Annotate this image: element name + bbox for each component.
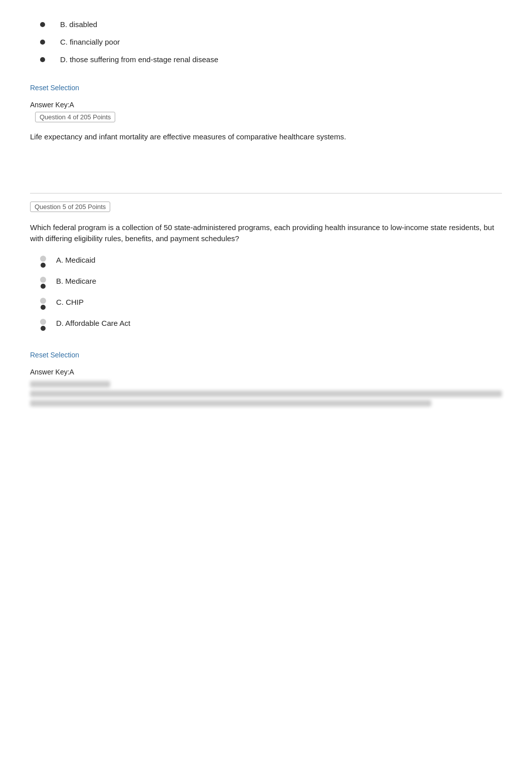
q4-option-d-label: D. those suffering from end-stage renal … [60, 55, 218, 64]
bullet-icon [40, 22, 45, 27]
q5-reset-selection[interactable]: Reset Selection [30, 351, 79, 359]
bullet-icon [41, 284, 46, 289]
q6-blurred-text-line2 [30, 400, 431, 407]
bullet-icon [40, 57, 45, 62]
q5-option-c-radio-area [40, 298, 46, 310]
q4-option-c-label: C. financially poor [60, 38, 120, 46]
q5-question-text: Which federal program is a collection of… [30, 222, 502, 245]
q6-blurred-header [30, 381, 110, 387]
bullet-icon [41, 305, 46, 310]
q4-option-b[interactable]: B. disabled [40, 20, 502, 29]
radio-indicator [40, 277, 46, 283]
q5-option-c[interactable]: C. CHIP [40, 298, 502, 310]
q5-option-d-label: D. Affordable Care Act [56, 319, 130, 327]
q6-blurred-section [30, 381, 502, 407]
bullet-icon [40, 40, 45, 45]
q5-option-c-label: C. CHIP [56, 298, 84, 306]
q5-question-header: Question 5 of 205 Points [30, 202, 110, 212]
q5-answer-key: Answer Key:A [30, 368, 502, 376]
q5-option-b-label: B. Medicare [56, 277, 96, 285]
q5-options-section: A. Medicaid B. Medicare C. CHIP D. Affor… [30, 256, 502, 331]
q4-option-c[interactable]: C. financially poor [40, 38, 502, 46]
q5-option-b-radio-area [40, 277, 46, 289]
q4-question-text: Life expectancy and infant mortality are… [30, 131, 502, 143]
q4-option-d[interactable]: D. those suffering from end-stage renal … [40, 55, 502, 64]
bullet-icon [41, 263, 46, 268]
q5-option-b[interactable]: B. Medicare [40, 277, 502, 289]
q5-option-d-radio-area [40, 319, 46, 331]
bullet-icon [41, 326, 46, 331]
q4-options-section: B. disabled C. financially poor D. those… [30, 20, 502, 64]
q4-question-header: Question 4 of 205 Points [35, 112, 115, 122]
q5-option-a[interactable]: A. Medicaid [40, 256, 502, 268]
q4-reset-selection[interactable]: Reset Selection [30, 84, 79, 92]
q4-option-b-label: B. disabled [60, 20, 97, 29]
q5-option-a-label: A. Medicaid [56, 256, 95, 264]
radio-indicator [40, 319, 46, 325]
radio-indicator [40, 256, 46, 262]
q4-answer-key: Answer Key:A [30, 101, 502, 109]
q5-option-d[interactable]: D. Affordable Care Act [40, 319, 502, 331]
q6-blurred-text-line1 [30, 391, 502, 397]
radio-indicator [40, 298, 46, 304]
q5-option-a-radio-area [40, 256, 46, 268]
